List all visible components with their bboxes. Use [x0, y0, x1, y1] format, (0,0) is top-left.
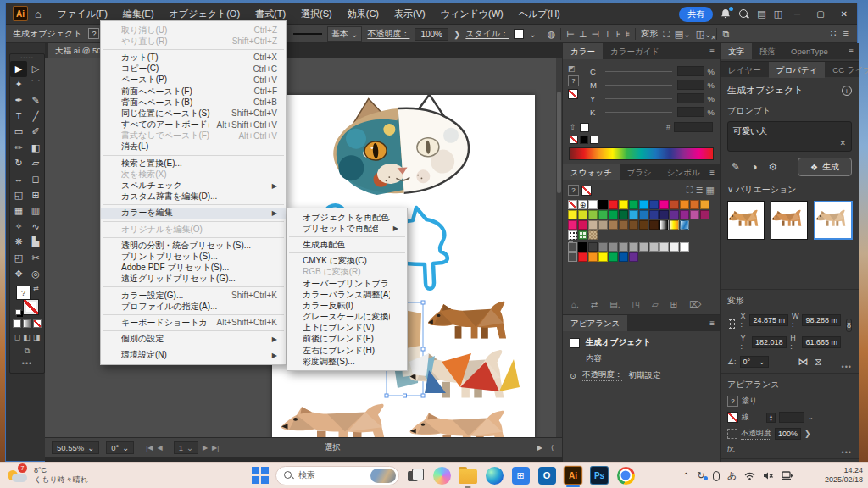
none-chip[interactable] — [570, 136, 578, 144]
fill-proxy-swatch[interactable]: ? — [88, 28, 99, 39]
swatch[interactable] — [670, 200, 679, 209]
edit-menu-item[interactable]: カスタム辞書を編集(D)... ▶ — [101, 191, 286, 202]
toolbar-grip[interactable]: ••••• — [10, 54, 44, 61]
tool-button[interactable]: ▱ — [27, 156, 44, 172]
flip-horizontal-icon[interactable]: ⋈ — [798, 356, 810, 368]
notifications-bell-icon[interactable] — [721, 8, 732, 19]
draw-behind-icon[interactable]: ◧ — [23, 333, 31, 341]
tool-button[interactable]: ▭ — [10, 124, 27, 140]
task-view-button[interactable] — [405, 465, 426, 485]
color-button[interactable] — [13, 319, 21, 328]
swatch[interactable] — [588, 210, 598, 219]
h-field[interactable]: 61.665 m — [802, 336, 841, 348]
edit-menu-item[interactable]: カラー設定(G)... Shift+Ctrl+K ▶ — [101, 290, 286, 301]
swatch-options-icon[interactable]: ◳ — [632, 300, 639, 309]
tool-button[interactable]: ▙ — [27, 235, 44, 251]
swatch[interactable] — [629, 210, 638, 219]
align-icon[interactable]: ⊢ — [566, 29, 575, 40]
edit-menu-item[interactable]: ▶ — [103, 237, 284, 238]
tool-button[interactable]: ╱ — [27, 108, 44, 125]
edit-menu-item[interactable]: カラーを編集 ▶ — [101, 208, 286, 219]
channel-value-field[interactable] — [677, 107, 704, 117]
current-stroke-swatch[interactable] — [581, 186, 592, 196]
fill-swatch[interactable]: ? — [727, 396, 738, 407]
swatch[interactable] — [690, 210, 699, 219]
edit-menu-item[interactable]: ▶ — [103, 221, 284, 222]
swatch[interactable] — [609, 210, 618, 219]
swatch[interactable] — [670, 242, 679, 252]
panel-tab[interactable]: プロパティ — [769, 62, 826, 78]
swatch[interactable] — [680, 210, 689, 219]
black-chip[interactable] — [580, 136, 588, 144]
variation-thumb-2[interactable] — [771, 201, 808, 240]
default-fill-stroke-icon[interactable] — [15, 309, 21, 315]
swatch[interactable] — [568, 210, 577, 219]
gear-icon[interactable]: ⚙ — [765, 161, 782, 173]
align-icon[interactable]: ⊥ — [579, 29, 587, 40]
edit-menu-item[interactable]: 書式なしでペースト(F) Alt+Ctrl+V ▶ — [101, 130, 286, 141]
artboard-number-dropdown[interactable]: 1⌄ — [174, 441, 198, 454]
swatch[interactable] — [700, 210, 709, 219]
canvas-scrollbar[interactable] — [556, 58, 562, 437]
maximize-button[interactable]: ▢ — [812, 9, 828, 19]
edit-menu-item[interactable]: オリジナルを編集(O) ▶ — [101, 224, 286, 235]
white-chip[interactable] — [590, 136, 598, 144]
draw-inside-icon[interactable]: ◨ — [33, 333, 41, 341]
tool-button[interactable]: ▶ — [10, 61, 27, 77]
edit-menu-item[interactable]: ▶ — [103, 330, 284, 331]
color-spectrum-bar[interactable] — [569, 147, 714, 160]
isolate-icon[interactable]: ⧉ — [722, 29, 729, 40]
swatch[interactable] — [670, 210, 679, 219]
align-icon[interactable]: ⊤ — [604, 29, 612, 40]
clear-prompt-icon[interactable]: ✕ — [839, 139, 846, 147]
generative-pen-icon[interactable]: ✎ — [727, 161, 744, 173]
recolor-wheel-icon[interactable]: ◑ — [746, 161, 763, 173]
submenu-item[interactable]: ▶ — [289, 236, 405, 237]
x-field[interactable]: 24.875 m — [749, 314, 788, 326]
swatch[interactable] — [680, 220, 689, 230]
store-button[interactable]: ⊞ — [510, 465, 531, 485]
swatch[interactable] — [639, 210, 648, 219]
screen-mode-icon[interactable]: ⧉ — [10, 347, 44, 356]
swatch[interactable] — [639, 200, 648, 209]
submenu-item[interactable]: ▶ — [289, 252, 405, 253]
swatch[interactable] — [568, 200, 577, 209]
channel-value-field[interactable] — [677, 66, 704, 76]
appearance-opacity-row[interactable]: ⊙ 不透明度： 初期設定 — [563, 367, 720, 384]
style-link[interactable]: スタイル： — [465, 28, 509, 40]
swatch[interactable] — [659, 200, 669, 209]
swatch[interactable] — [649, 200, 659, 209]
swatch[interactable] — [598, 200, 608, 209]
tool-button[interactable]: ✥ — [10, 266, 27, 282]
close-button[interactable]: ✕ — [837, 9, 852, 19]
edit-menu-item[interactable]: 個別の設定 ▶ — [101, 334, 286, 345]
toolbar-more-icon[interactable]: ••• — [10, 359, 44, 368]
tool-button[interactable]: ↔ — [10, 171, 27, 187]
flip-vertical-icon[interactable]: ⧖ — [813, 356, 825, 368]
submenu-item[interactable]: カラー反転(I) ▶ — [287, 300, 407, 311]
outlook-button[interactable]: O — [537, 465, 557, 485]
last-artboard-icon[interactable]: ▶| — [212, 444, 219, 452]
none-button[interactable] — [33, 319, 42, 328]
tool-button[interactable]: ✧ — [10, 219, 27, 235]
edit-menu-item[interactable]: キーボードショートカット(K)... Alt+Shift+Ctrl+K ▶ — [101, 317, 286, 328]
rotation-dropdown[interactable]: 0°⌄ — [106, 441, 134, 454]
style-chevron-icon[interactable]: ⌄ — [529, 30, 536, 39]
swatch[interactable] — [609, 252, 618, 262]
panel-tab[interactable]: スウォッチ — [563, 164, 620, 180]
panel-menu-icon[interactable]: ≡ — [709, 319, 715, 328]
new-group-folder-icon[interactable]: ▱ — [652, 300, 659, 309]
submenu-item[interactable]: 上下にブレンド(V) ▶ — [287, 323, 407, 334]
swatch[interactable] — [619, 210, 628, 219]
swatch[interactable] — [578, 200, 587, 209]
edit-menu-item[interactable]: すべてのアートボードにペースト(S) Alt+Shift+Ctrl+V ▶ — [101, 119, 286, 130]
edit-menu-item[interactable]: プリントプリセット(S)... ▶ — [101, 251, 286, 262]
swatch[interactable] — [649, 220, 659, 230]
illustrator-taskbar-button[interactable]: Ai — [563, 465, 583, 485]
opacity-field[interactable]: 100% — [775, 428, 801, 440]
hex-field[interactable] — [674, 122, 713, 132]
channel-value-field[interactable] — [677, 93, 704, 103]
swatch[interactable] — [588, 242, 598, 252]
stroke-weight-stepper[interactable]: ▲▼ — [766, 413, 776, 423]
taskbar-search[interactable]: 検索 — [275, 466, 399, 485]
